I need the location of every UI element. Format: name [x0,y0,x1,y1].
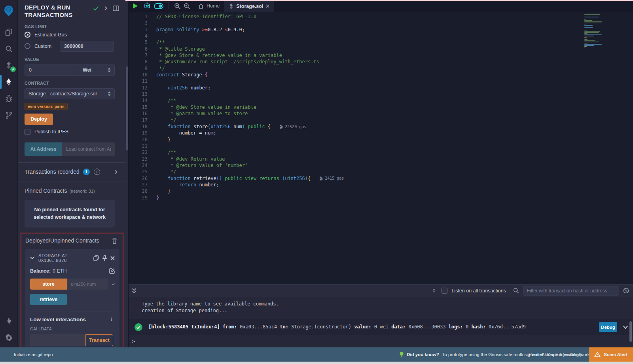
calldata-input[interactable] [30,334,85,346]
custom-gas-option[interactable]: Custom [25,41,123,52]
settings-gear-icon[interactable] [0,329,18,346]
scam-alert-button[interactable]: Scam Alert [589,347,633,362]
terminal-scrollbar-thumb[interactable] [629,321,632,342]
custom-gas-input[interactable] [60,41,114,52]
panel-scrollbar[interactable] [125,0,129,347]
search-icon[interactable] [0,40,18,57]
expand-log-icon[interactable] [623,325,628,329]
tab-storage-sol[interactable]: Storage.sol [224,0,274,12]
copy-address-icon[interactable] [93,255,99,261]
transactions-recorded-label: Transactions recorded [25,169,80,175]
terminal-line: Type the library name to see available c… [142,301,633,307]
code-line: 21 [129,143,633,149]
terminal-header: 0 Listen on all transactions [129,284,633,297]
terminal-prompt[interactable]: > [129,335,633,345]
code-line: 6 * @title Storage [129,46,633,52]
zoom-in-icon[interactable] [184,3,190,9]
run-script-icon[interactable] [133,3,138,9]
pinned-contracts-title: Pinned Contracts [25,188,67,194]
estimated-gas-label: Estimated Gas [34,32,67,38]
estimated-gas-radio[interactable] [25,32,30,38]
publish-ipfs-checkbox[interactable] [25,129,30,135]
publish-ipfs-option[interactable]: Publish to IPFS [25,129,123,135]
code-line: 10contract Storage { [129,72,633,78]
window-bottom-edge [0,362,633,364]
highlight-outline: Deployed/Unpinned Contracts STORAGE AT 0… [21,233,123,347]
deploy-button[interactable]: Deploy [25,114,53,125]
deployed-contracts-title: Deployed/Unpinned Contracts [25,237,99,244]
low-level-info-icon[interactable]: i [108,316,115,322]
code-editor[interactable]: 1// SPDX-License-Identifier: GPL-3.023pr… [129,12,633,284]
store-arg-input[interactable] [67,279,108,290]
remove-instance-icon[interactable] [110,256,115,260]
file-explorer-icon[interactable] [0,24,18,40]
icon-rail [0,0,18,347]
code-line: 4 [129,33,633,39]
panel-scrollbar-thumb[interactable] [126,66,128,150]
panel-forward-icon[interactable] [104,6,108,11]
at-address-button[interactable]: At Address [25,142,62,156]
store-function-button[interactable]: store [30,279,67,290]
code-line: 22 /** [129,149,633,155]
solidity-compiler-icon[interactable] [0,57,18,74]
pin-instance-icon[interactable] [102,255,107,261]
ai-assistant-icon[interactable] [143,2,151,9]
transactions-info-icon[interactable]: i [94,169,100,175]
divider [28,311,116,311]
transactions-expand-icon[interactable] [114,170,118,174]
terminal-line: creation of Storage pending... [142,307,633,314]
evm-version-badge: evm version: paris [25,103,68,110]
custom-gas-radio[interactable] [25,43,30,49]
toolbar-separator [169,2,169,9]
retrieve-function-button[interactable]: retrieve [30,294,67,305]
clear-console-icon[interactable] [623,288,629,294]
plugin-manager-icon[interactable] [0,313,18,329]
git-icon[interactable] [0,107,18,123]
at-address-input[interactable] [62,142,115,156]
copilot-status[interactable]: RemixAI Copilot (enabled) [529,352,582,357]
collapse-terminal-icon[interactable] [132,288,136,294]
tab-home[interactable]: Home [193,0,224,12]
divider [18,162,125,163]
value-unit-select[interactable]: Wei [79,64,115,76]
terminal-filter-input[interactable] [523,286,619,296]
panel-title: DEPLOY & RUN TRANSACTIONS [25,4,92,19]
code-line: 26 function retrieve() public view retur… [129,175,633,182]
code-line: 27 return number; [129,182,633,188]
terminal[interactable]: Type the library name to see available c… [129,297,633,347]
contract-select[interactable]: Storage - contracts/Storage.sol [25,88,115,99]
env-ok-check-icon [93,6,99,11]
editor-minimap[interactable] [584,14,603,48]
code-line: 29} [129,195,633,201]
code-line: 7 * @dev Store & retrieve value in a var… [129,52,633,59]
deploy-and-run-icon[interactable] [0,74,18,90]
low-level-title: Low level interactions [30,317,104,322]
transaction-log-row[interactable]: [block:5583405 txIndex:4] from: 0xa03...… [129,319,633,335]
pin-panel-icon[interactable] [113,6,119,11]
tab-storage-label: Storage.sol [236,4,263,9]
collapse-instance-icon[interactable] [30,256,34,260]
contract-label: CONTRACT [25,81,123,85]
listen-transactions-checkbox[interactable] [442,288,447,294]
transactions-recorded-row[interactable]: Transactions recorded 1 i [25,169,123,175]
code-line: 28 } [129,188,633,194]
debug-button[interactable]: Debug [599,322,617,332]
close-tab-icon[interactable] [266,4,269,8]
transact-button[interactable]: Transact [85,334,113,346]
value-input[interactable] [25,64,79,76]
git-init-status[interactable]: Initialize as git repo [14,352,53,357]
edit-balance-icon[interactable] [109,268,115,274]
code-line: 8 * @custom:dev-run-script ./scripts/dep… [129,59,633,65]
code-line: 17 */ [129,117,633,123]
solidity-file-icon [229,4,233,9]
copilot-toggle-icon[interactable] [154,3,163,9]
debugger-icon[interactable] [0,90,18,107]
estimated-gas-option[interactable]: Estimated Gas [25,32,123,38]
zoom-out-icon[interactable] [174,3,181,9]
code-line: 19 number = num; [129,130,633,136]
expand-args-icon[interactable] [112,282,115,286]
value-unit: Wei [83,67,91,73]
pinned-empty-message: No pinned contracts found for selected w… [25,200,115,228]
clear-instances-trash-icon[interactable] [112,238,117,244]
remix-logo-icon[interactable] [0,2,18,19]
